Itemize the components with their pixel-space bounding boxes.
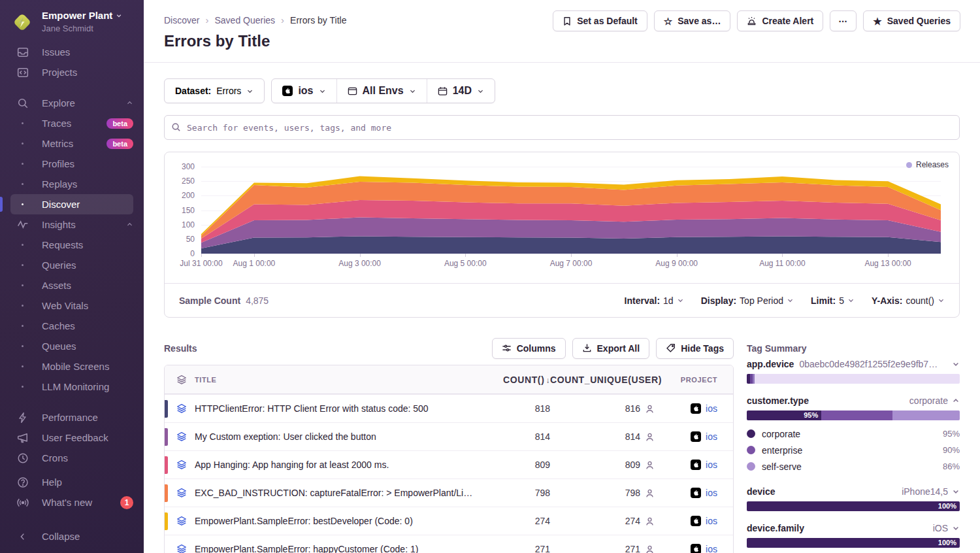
- tag-breakdown-row: enterprise 90%: [747, 442, 960, 458]
- sidebar-item-requests[interactable]: Requests: [0, 235, 144, 255]
- apple-icon: [282, 86, 293, 96]
- sidebar-item-metrics[interactable]: Metrics beta: [0, 133, 144, 154]
- stack-icon[interactable]: [165, 460, 195, 470]
- org-switcher[interactable]: Empower Plant Jane Schmidt: [0, 0, 144, 41]
- sidebar-item-caches[interactable]: Caches: [0, 316, 144, 336]
- project-link[interactable]: ios: [706, 516, 717, 526]
- sidebar-item-performance[interactable]: Performance: [0, 407, 144, 427]
- tag-summary-panel: Tag Summary app.device 0baebc0de4982f125…: [747, 337, 960, 553]
- project-link[interactable]: ios: [706, 488, 717, 498]
- sidebar-item-user-feedback[interactable]: User Feedback: [0, 427, 144, 448]
- sidebar-item-projects[interactable]: Projects: [0, 62, 144, 82]
- results-title: Results: [164, 343, 197, 354]
- lightning-icon: [17, 412, 29, 424]
- sidebar-item-assets[interactable]: Assets: [0, 275, 144, 295]
- sidebar-item-replays[interactable]: Replays: [0, 174, 144, 194]
- series-color-chip: [165, 456, 168, 474]
- column-header-count[interactable]: COUNT()↓: [485, 375, 550, 385]
- apple-icon: [691, 431, 701, 442]
- limit-selector[interactable]: Limit: 5: [811, 295, 855, 306]
- sidebar: Empower Plant Jane Schmidt Issues Projec…: [0, 0, 144, 553]
- sidebar-item-queues[interactable]: Queues: [0, 336, 144, 356]
- stack-icon[interactable]: [165, 403, 195, 414]
- breadcrumb-discover[interactable]: Discover: [164, 15, 199, 25]
- chevron-down-icon: [477, 88, 484, 95]
- sidebar-item-llm-monitoring[interactable]: LLM Monitoring: [0, 377, 144, 397]
- project-link[interactable]: ios: [706, 431, 717, 442]
- user-icon: [645, 432, 655, 442]
- export-all-button[interactable]: Export All: [572, 338, 650, 359]
- create-alert-button[interactable]: Create Alert: [737, 10, 823, 31]
- sidebar-item-profiles[interactable]: Profiles: [0, 154, 144, 174]
- sidebar-item-issues[interactable]: Issues: [0, 42, 144, 62]
- tag-icon: [666, 343, 676, 353]
- sidebar-item-web-vitals[interactable]: Web Vitals: [0, 295, 144, 316]
- table-row[interactable]: App Hanging: App hanging for at least 20…: [165, 450, 733, 478]
- sidebar-item-mobile-screens[interactable]: Mobile Screens: [0, 356, 144, 377]
- sidebar-section-explore[interactable]: Explore: [0, 93, 144, 113]
- sidebar-collapse-button[interactable]: Collapse: [0, 526, 144, 546]
- stack-icon[interactable]: [165, 516, 195, 526]
- project-link[interactable]: ios: [706, 544, 717, 553]
- siren-icon: [747, 16, 757, 26]
- table-row[interactable]: EmpowerPlant.SampleError: bestDeveloper …: [165, 507, 733, 535]
- projects-icon: [17, 67, 29, 78]
- saved-queries-button[interactable]: ★ Saved Queries: [863, 10, 960, 31]
- table-row[interactable]: My Custom exeption: User clicked the but…: [165, 422, 733, 450]
- sidebar-item-queries[interactable]: Queries: [0, 255, 144, 275]
- project-link[interactable]: ios: [706, 460, 717, 470]
- user-icon: [645, 404, 655, 414]
- interval-selector[interactable]: Interval: 1d: [625, 295, 684, 306]
- chevron-up-icon: [126, 99, 133, 107]
- table-row[interactable]: HTTPClientError: HTTP Client Error with …: [165, 394, 733, 422]
- stack-icon[interactable]: [165, 431, 195, 442]
- releases-legend[interactable]: Releases: [906, 160, 949, 169]
- apple-icon: [691, 460, 701, 470]
- sidebar-section-insights[interactable]: Insights: [0, 214, 144, 235]
- issues-icon: [17, 46, 29, 58]
- chevron-down-icon: [319, 88, 326, 95]
- page-body: Dataset: Errors ios All Envs: [144, 63, 980, 553]
- environment-filter[interactable]: All Envs: [337, 79, 427, 103]
- column-header-count-unique[interactable]: COUNT_UNIQUE(USER): [550, 375, 655, 385]
- table-row[interactable]: EXC_BAD_INSTRUCTION: captureFatalError: …: [165, 478, 733, 507]
- chevron-up-icon[interactable]: [952, 397, 960, 405]
- star-outline-icon: ☆: [664, 16, 672, 26]
- chevron-down-icon[interactable]: [952, 360, 960, 368]
- columns-button[interactable]: Columns: [492, 338, 566, 359]
- legend-dot-icon: [906, 162, 912, 168]
- project-filter[interactable]: ios: [272, 79, 336, 103]
- column-header-title[interactable]: TITLE: [195, 376, 485, 384]
- stack-icon[interactable]: [165, 375, 195, 385]
- tag-section-device: device iPhone14,5 100%: [747, 486, 960, 511]
- display-selector[interactable]: Display: Top Period: [701, 295, 794, 306]
- search-icon: [17, 97, 29, 109]
- project-link[interactable]: ios: [706, 403, 717, 414]
- save-as-button[interactable]: ☆ Save as…: [654, 10, 731, 31]
- chevron-down-icon[interactable]: [952, 488, 960, 495]
- stack-icon[interactable]: [165, 488, 195, 498]
- hide-tags-button[interactable]: Hide Tags: [656, 338, 734, 359]
- sidebar-item-traces[interactable]: Traces beta: [0, 113, 144, 133]
- date-range-filter[interactable]: 14D: [427, 79, 495, 103]
- tag-summary-title: Tag Summary: [747, 337, 960, 359]
- breadcrumb-current: Errors by Title: [290, 15, 346, 25]
- column-header-project[interactable]: PROJECT: [655, 376, 733, 384]
- table-row[interactable]: EmpowerPlant.SampleError: happyCustomer …: [165, 535, 733, 553]
- insights-icon: [17, 219, 29, 231]
- search-input[interactable]: [164, 115, 960, 140]
- dataset-selector[interactable]: Dataset: Errors: [164, 78, 265, 103]
- stack-icon[interactable]: [165, 544, 195, 553]
- sidebar-item-discover[interactable]: Discover: [0, 194, 144, 214]
- chevron-down-icon[interactable]: [952, 524, 960, 532]
- search-icon: [171, 122, 181, 135]
- sidebar-item-crons[interactable]: Crons: [0, 448, 144, 468]
- sidebar-item-help[interactable]: Help: [0, 472, 144, 492]
- more-options-button[interactable]: ⋯: [830, 10, 857, 31]
- set-as-default-button[interactable]: Set as Default: [553, 10, 647, 31]
- yaxis-selector[interactable]: Y-Axis: count(): [872, 295, 945, 306]
- series-color-chip: [165, 428, 168, 446]
- breadcrumb-saved-queries[interactable]: Saved Queries: [214, 15, 275, 25]
- sidebar-item-whats-new[interactable]: What's new 1: [0, 492, 144, 512]
- bookmark-icon: [563, 16, 572, 26]
